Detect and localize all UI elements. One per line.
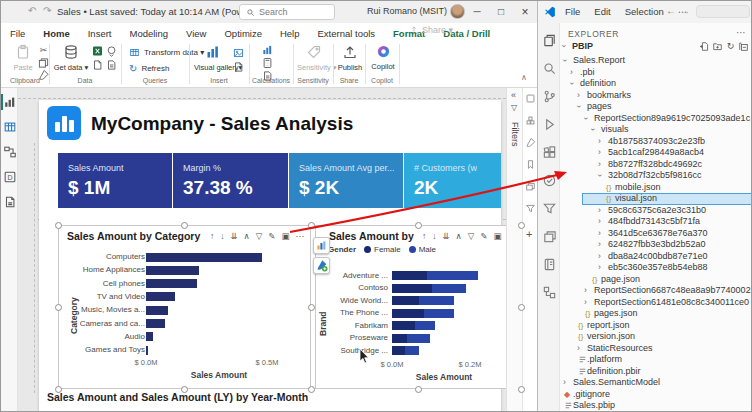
bar-segment-female[interactable] bbox=[392, 346, 405, 355]
transform-data-button[interactable]: Transform data ▾ bbox=[129, 47, 204, 58]
sql-server-icon[interactable] bbox=[91, 59, 104, 71]
chevron-right-icon[interactable]: › bbox=[584, 297, 587, 308]
excel-workbook-icon[interactable] bbox=[91, 45, 104, 57]
minimize-button[interactable]: ─ bbox=[465, 1, 489, 23]
bar-segment-male[interactable] bbox=[415, 321, 435, 330]
selection-handle[interactable] bbox=[308, 304, 315, 311]
chevron-right-icon[interactable]: › bbox=[598, 159, 601, 170]
chevron-down-icon[interactable]: › bbox=[580, 117, 591, 120]
visual-sales-by-brand[interactable]: Sales Amount by ↑↓⇊∧▽✎▣⋯ GenderFemaleMal… bbox=[315, 225, 521, 389]
avatar[interactable] bbox=[450, 4, 465, 19]
tree-item-dba8a24c00bdb87e71e0[interactable]: ›dba8a24c00bdb87e71e0 bbox=[560, 251, 752, 263]
bar-segment-female[interactable] bbox=[392, 321, 415, 330]
tree-item-reportsection89a9619c7025093ade1c[interactable]: ›ReportSection89a9619c7025093ade1c bbox=[560, 113, 752, 125]
tree-item-version-json[interactable]: {}version.json bbox=[560, 331, 752, 343]
kpi-card[interactable]: # Customers (w2K bbox=[404, 153, 501, 208]
tree-item-reportsection61481e08c8c340011ce0[interactable]: ›ReportSection61481e08c8c340011ce0 bbox=[560, 297, 752, 309]
close-button[interactable]: × bbox=[513, 1, 537, 23]
tree-item-staticresources[interactable]: ›StaticResources bbox=[560, 343, 752, 355]
stacked-bar-chart[interactable]: Adventure ...ContosoWide World...The Pho… bbox=[316, 226, 522, 390]
tree-item-eb5c360e357e8b54eb88[interactable]: ›eb5c360e357e8b54eb88 bbox=[560, 262, 752, 274]
bookmarks-pane-icon[interactable] bbox=[525, 159, 536, 170]
refresh-button[interactable]: ↻ Refresh bbox=[129, 63, 169, 74]
dataverse-icon[interactable] bbox=[105, 59, 118, 71]
on-object-add-visual-button[interactable] bbox=[313, 237, 330, 254]
chevron-right-icon[interactable]: › bbox=[598, 251, 601, 262]
tree-item-3641d5ce63678e76a370[interactable]: ›3641d5ce63678e76a370 bbox=[560, 228, 752, 240]
report-view-icon[interactable] bbox=[3, 94, 17, 110]
visual3-title[interactable]: Sales Amount and Sales Amount (LY) by Ye… bbox=[47, 391, 308, 403]
tree-item-sales-semanticmodel[interactable]: ›Sales.SemanticModel bbox=[560, 377, 752, 389]
chevron-right-icon[interactable]: › bbox=[598, 136, 601, 147]
collapse-ribbon-icon[interactable]: ∧ bbox=[521, 73, 527, 82]
report-page-title[interactable]: MyCompany - Sales Analysis bbox=[91, 113, 353, 135]
command-center[interactable] bbox=[696, 5, 750, 18]
chevron-right-icon[interactable]: › bbox=[577, 343, 580, 354]
sync-slicers-pane-icon[interactable] bbox=[525, 203, 536, 214]
tree-item-visual-json[interactable]: {}visual.json bbox=[560, 193, 752, 205]
maximize-button[interactable]: □ bbox=[489, 1, 513, 23]
user-account-label[interactable]: Rui Romano (MSIT) bbox=[367, 6, 447, 16]
bar[interactable] bbox=[146, 279, 197, 288]
chevron-down-icon[interactable]: › bbox=[587, 128, 598, 131]
get-data-button[interactable]: Get data ▾ bbox=[53, 44, 89, 72]
add-pane-icon[interactable]: + bbox=[526, 228, 532, 240]
chevron-right-icon[interactable]: › bbox=[598, 239, 601, 250]
tree-item-page-json[interactable]: {}page.json bbox=[560, 274, 752, 286]
search-icon[interactable] bbox=[542, 61, 557, 76]
bar[interactable] bbox=[146, 266, 199, 275]
tmdl-view-icon[interactable] bbox=[3, 194, 17, 210]
chevron-right-icon[interactable]: › bbox=[577, 90, 580, 101]
chevron-down-icon[interactable]: › bbox=[566, 82, 577, 85]
bar-segment-male[interactable] bbox=[405, 346, 419, 355]
shapes-icon[interactable] bbox=[232, 61, 245, 73]
expand-pane-icon[interactable]: « bbox=[511, 90, 516, 100]
extensions-icon[interactable] bbox=[542, 145, 557, 160]
company-logo[interactable] bbox=[47, 106, 81, 140]
tree-item-report-json[interactable]: {}report.json bbox=[560, 320, 752, 332]
vscode-menu-selection[interactable]: Selection bbox=[618, 1, 671, 23]
visual-sales-by-category[interactable]: Sales Amount by Category ↑↓⇊∧▽✎▣⋯ Comput… bbox=[58, 225, 311, 389]
refresh-explorer-icon[interactable]: ↻ bbox=[725, 41, 736, 52]
bar-segment-male[interactable] bbox=[419, 296, 455, 305]
selection-handle[interactable] bbox=[415, 222, 422, 229]
report-canvas[interactable]: MyCompany - Sales Analysis Sales Amount$… bbox=[18, 88, 506, 412]
selection-handle[interactable] bbox=[181, 386, 188, 393]
selection-handle[interactable] bbox=[308, 222, 315, 229]
build-visual-pane-icon[interactable] bbox=[525, 115, 536, 126]
calculator-icon[interactable] bbox=[261, 57, 274, 69]
references-icon[interactable] bbox=[542, 285, 557, 300]
tree-item-624827fbb3e3bd2b52a0[interactable]: ›624827fbb3e3bd2b52a0 bbox=[560, 239, 752, 251]
table-view-icon[interactable] bbox=[3, 119, 17, 135]
source-control-icon[interactable] bbox=[542, 89, 557, 104]
tree-item-pages-json[interactable]: {}pages.json bbox=[560, 308, 752, 320]
share-button[interactable]: Share ▾ bbox=[409, 25, 453, 35]
testing-icon[interactable] bbox=[542, 173, 557, 188]
bar-chart[interactable]: ComputersHome AppliancesCell phonesTV an… bbox=[59, 226, 312, 390]
tree-item-pages[interactable]: ›pages bbox=[560, 101, 752, 113]
selection-pane-icon[interactable] bbox=[525, 181, 536, 192]
tree-item-definition[interactable]: ›definition bbox=[560, 78, 752, 90]
tree-item-reportsection6687c48ea8a9b7740002[interactable]: ›ReportSection6687c48ea8a9b7740002 bbox=[560, 285, 752, 297]
tree-item--platform[interactable]: .platform bbox=[560, 354, 752, 366]
chevron-down-icon[interactable]: › bbox=[594, 174, 605, 177]
chevron-down-icon[interactable]: › bbox=[559, 59, 570, 62]
filter-icon[interactable] bbox=[542, 201, 557, 216]
chevron-right-icon[interactable]: › bbox=[598, 228, 601, 239]
chevron-right-icon[interactable]: › bbox=[584, 285, 587, 296]
bar[interactable] bbox=[146, 292, 175, 301]
selection-handle[interactable] bbox=[518, 222, 525, 229]
notebook-icon[interactable] bbox=[542, 257, 557, 272]
bar[interactable] bbox=[146, 332, 153, 341]
bar-segment-male[interactable] bbox=[424, 309, 455, 318]
selection-handle[interactable] bbox=[518, 304, 525, 311]
copilot-button[interactable]: Copilot bbox=[369, 44, 397, 71]
chevron-right-icon[interactable]: › bbox=[598, 147, 601, 158]
tree-item-32b08d7f32cb5f9816cc[interactable]: ›32b08d7f32cb5f9816cc bbox=[560, 170, 752, 182]
bar[interactable] bbox=[146, 319, 165, 328]
bar-segment-male[interactable] bbox=[432, 284, 466, 293]
run-debug-icon[interactable] bbox=[542, 117, 557, 132]
nav-back-icon[interactable]: ← bbox=[666, 5, 676, 16]
image-icon[interactable] bbox=[232, 47, 245, 59]
vscode-menu-edit[interactable]: Edit bbox=[587, 1, 617, 23]
